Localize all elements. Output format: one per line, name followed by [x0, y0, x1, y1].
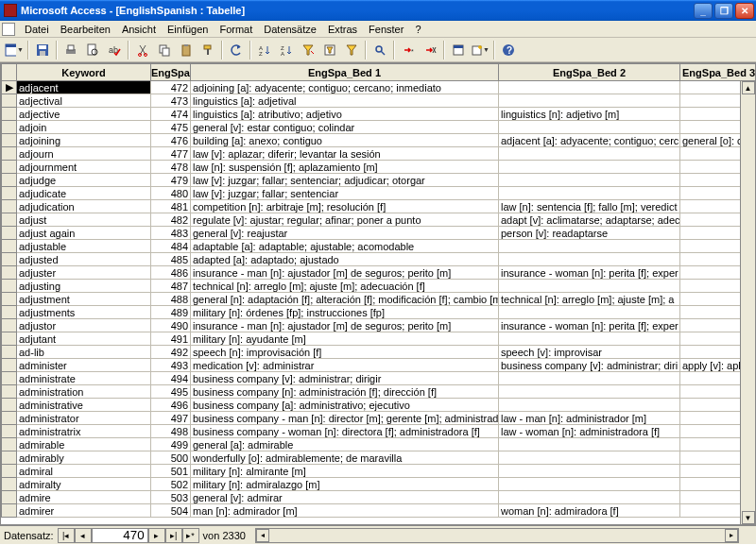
cell-bed2[interactable]	[499, 187, 680, 200]
sort-descending-button[interactable]: ZA	[276, 40, 297, 60]
help-button[interactable]: ?	[498, 40, 519, 60]
cell-id[interactable]: 479	[151, 174, 191, 187]
cell-bed1[interactable]: insurance - man [n]: ajustador [m] de se…	[191, 319, 499, 332]
cell-keyword[interactable]: adjective	[17, 108, 151, 121]
menu-extras[interactable]: Extras	[322, 22, 363, 37]
row-selector[interactable]	[2, 438, 17, 451]
table-row[interactable]: adjournment478law [n]: suspensión [f]; a…	[2, 161, 757, 174]
cell-keyword[interactable]: adjustor	[17, 319, 151, 332]
cell-id[interactable]: 473	[151, 94, 191, 108]
cell-id[interactable]: 474	[151, 108, 191, 121]
cell-id[interactable]: 483	[151, 227, 191, 240]
cell-id[interactable]: 477	[151, 147, 191, 161]
cell-bed2[interactable]: business company [v]: administrar; diri	[499, 359, 680, 372]
cell-bed1[interactable]: business company [n]: administración [f]…	[191, 385, 499, 399]
row-selector[interactable]: ▶	[2, 81, 17, 94]
paste-button[interactable]	[176, 40, 197, 60]
row-selector[interactable]	[2, 399, 17, 412]
cell-id[interactable]: 492	[151, 346, 191, 359]
cell-id[interactable]: 481	[151, 200, 191, 213]
row-selector[interactable]	[2, 134, 17, 147]
cell-bed2[interactable]	[499, 280, 680, 293]
record-number-input[interactable]	[92, 528, 148, 543]
cell-bed2[interactable]	[499, 240, 680, 253]
row-selector[interactable]	[2, 161, 17, 174]
row-selector[interactable]	[2, 240, 17, 253]
cell-bed1[interactable]: law [v]: juzgar; fallar; sentenciar; adj…	[191, 174, 499, 187]
cell-keyword[interactable]: adjoining	[17, 134, 151, 147]
table-row[interactable]: administration495business company [n]: a…	[2, 385, 757, 399]
cell-id[interactable]: 489	[151, 306, 191, 319]
table-row[interactable]: adjusted485adapted [a]: adaptado; ajusta…	[2, 253, 757, 266]
mdi-control-icon[interactable]	[2, 23, 15, 36]
cell-id[interactable]: 482	[151, 213, 191, 227]
select-all-corner[interactable]	[2, 64, 17, 81]
table-row[interactable]: adjudicate480law [v]: juzgar; fallar; se…	[2, 187, 757, 200]
cell-bed1[interactable]: speech [n]: improvisación [f]	[191, 346, 499, 359]
menu-einfuegen[interactable]: Einfügen	[162, 22, 214, 37]
column-header-bed1[interactable]: EngSpa_Bed 1	[191, 64, 499, 81]
table-row[interactable]: adjust482regulate [v]: ajustar; regular;…	[2, 213, 757, 227]
table-row[interactable]: adjuster486insurance - man [n]: ajustado…	[2, 266, 757, 280]
cell-bed2[interactable]	[499, 438, 680, 451]
cell-keyword[interactable]: administrator	[17, 412, 151, 425]
cell-bed2[interactable]	[499, 385, 680, 399]
row-selector[interactable]	[2, 174, 17, 187]
cell-keyword[interactable]: administrate	[17, 372, 151, 385]
cell-keyword[interactable]: adjudge	[17, 174, 151, 187]
row-selector[interactable]	[2, 346, 17, 359]
cell-bed2[interactable]	[499, 121, 680, 134]
scroll-up-button[interactable]: ▲	[742, 81, 755, 94]
cell-bed2[interactable]	[499, 94, 680, 108]
cell-id[interactable]: 503	[151, 491, 191, 504]
table-row[interactable]: adjective474linguistics [a]: atributivo;…	[2, 108, 757, 121]
cell-keyword[interactable]: adjustment	[17, 293, 151, 306]
sort-ascending-button[interactable]: AZ	[254, 40, 275, 60]
table-row[interactable]: ad-lib492speech [n]: improvisación [f]sp…	[2, 346, 757, 359]
row-selector[interactable]	[2, 280, 17, 293]
cell-keyword[interactable]: adjutant	[17, 332, 151, 346]
cell-id[interactable]: 499	[151, 438, 191, 451]
cell-bed2[interactable]	[499, 372, 680, 385]
cut-button[interactable]	[132, 40, 153, 60]
row-selector[interactable]	[2, 491, 17, 504]
cell-keyword[interactable]: admirer	[17, 504, 151, 518]
cell-id[interactable]: 501	[151, 465, 191, 478]
row-selector[interactable]	[2, 293, 17, 306]
cell-id[interactable]: 500	[151, 451, 191, 465]
cell-id[interactable]: 493	[151, 359, 191, 372]
column-header-keyword[interactable]: Keyword	[17, 64, 151, 81]
cell-keyword[interactable]: adjustments	[17, 306, 151, 319]
cell-keyword[interactable]: adjustable	[17, 240, 151, 253]
cell-bed1[interactable]: law [v]: aplazar; diferir; levantar la s…	[191, 147, 499, 161]
undo-button[interactable]	[226, 40, 247, 60]
new-record-button[interactable]: ▸*	[182, 528, 199, 543]
row-selector[interactable]	[2, 465, 17, 478]
cell-keyword[interactable]: adjust again	[17, 227, 151, 240]
column-header-id[interactable]: EngSpa_I	[151, 64, 191, 81]
cell-keyword[interactable]: administer	[17, 359, 151, 372]
scroll-left-button[interactable]: ◂	[256, 529, 269, 542]
table-row[interactable]: ▶adjacent472adjoining [a]: adyacente; co…	[2, 81, 757, 94]
cell-bed2[interactable]: law - woman [n]: administradora [f]	[499, 425, 680, 438]
cell-keyword[interactable]: admirably	[17, 451, 151, 465]
cell-keyword[interactable]: adjuster	[17, 266, 151, 280]
cell-bed2[interactable]: linguistics [n]: adjetivo [m]	[499, 108, 680, 121]
menu-fenster[interactable]: Fenster	[363, 22, 409, 37]
row-selector[interactable]	[2, 94, 17, 108]
table-row[interactable]: adjustable484adaptable [a]: adaptable; a…	[2, 240, 757, 253]
cell-bed1[interactable]: general [a]: admirable	[191, 438, 499, 451]
cell-id[interactable]: 487	[151, 280, 191, 293]
cell-bed1[interactable]: adapted [a]: adaptado; ajustado	[191, 253, 499, 266]
cell-keyword[interactable]: admire	[17, 491, 151, 504]
table-row[interactable]: adjustment488general [n]: adaptación [f]…	[2, 293, 757, 306]
find-button[interactable]	[369, 40, 390, 60]
cell-bed1[interactable]: business company [v]: administrar; dirig…	[191, 372, 499, 385]
table-row[interactable]: adjoining476building [a]: anexo; contigu…	[2, 134, 757, 147]
row-selector[interactable]	[2, 385, 17, 399]
row-selector[interactable]	[2, 319, 17, 332]
column-header-bed3[interactable]: EngSpa_Bed 3 ▲	[680, 64, 757, 81]
cell-id[interactable]: 478	[151, 161, 191, 174]
row-selector[interactable]	[2, 266, 17, 280]
row-selector[interactable]	[2, 147, 17, 161]
